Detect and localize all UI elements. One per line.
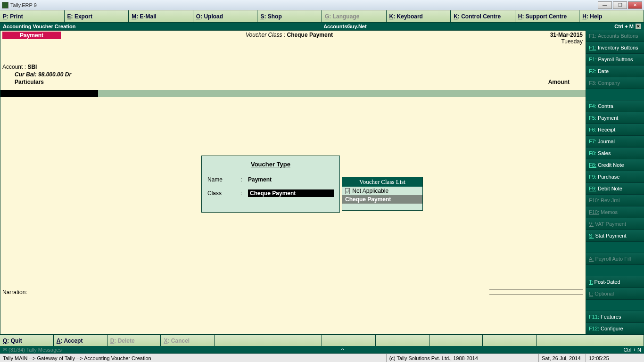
sidebar-btn-optional: L:Optional xyxy=(586,288,644,300)
header-close-icon[interactable]: ✕ xyxy=(636,24,641,29)
amount-total-line xyxy=(489,289,583,289)
class-label: Class xyxy=(207,190,240,197)
header-center: AccountsGuy.Net xyxy=(75,24,614,29)
sidebar-btn-accounts-buttons: F1:Accounts Buttons xyxy=(586,30,644,42)
sidebar: F1:Accounts ButtonsF1:Inventory ButtonsE… xyxy=(586,30,644,335)
botmenu-item-10 xyxy=(537,335,590,346)
botmenu-item-9 xyxy=(483,335,537,346)
sidebar-btn-company: F3:Company xyxy=(586,77,644,89)
topmenu-item-8[interactable]: H: Support Centre xyxy=(515,10,580,22)
sidebar-btn-receipt[interactable]: F6:Receipt xyxy=(586,124,644,136)
msgbar-right: Ctrl + N xyxy=(623,347,641,353)
status-date: Sat, 26 Jul, 2014 xyxy=(539,354,586,362)
class-input[interactable]: Cheque Payment xyxy=(248,189,334,197)
msgbar-left: ✉ (31/34) Tally Messages xyxy=(3,347,62,353)
voucher-type-badge: Payment xyxy=(2,32,61,39)
maximize-button[interactable]: ❐ xyxy=(613,1,627,9)
botmenu-item-5 xyxy=(268,335,322,346)
sidebar-gap xyxy=(586,242,644,253)
sidebar-btn-contra[interactable]: F4:Contra xyxy=(586,100,644,112)
sidebar-btn-payroll-buttons[interactable]: E1:Payroll Buttons xyxy=(586,54,644,66)
name-value[interactable]: Payment xyxy=(248,176,272,183)
vclist-item-0[interactable]: ↲ Not Applicable xyxy=(342,187,422,195)
sidebar-btn-credit-note[interactable]: F8:Credit Note xyxy=(586,159,644,171)
close-button[interactable]: ✕ xyxy=(628,1,642,9)
botmenu-item-0[interactable]: Q: Quit xyxy=(0,335,54,346)
dialog-title: Voucher Type xyxy=(207,161,334,168)
topmenu-item-3[interactable]: O: Upload xyxy=(193,10,258,22)
app-icon xyxy=(2,2,8,8)
active-row-highlight xyxy=(98,90,586,97)
botmenu-item-6 xyxy=(322,335,376,346)
sidebar-btn-vat-payment: V:VAT Payment xyxy=(586,218,644,230)
voucher-class-line: Voucher Class : Cheque Payment xyxy=(246,32,333,38)
status-copyright: (c) Tally Solutions Pvt. Ltd., 1988-2014 xyxy=(387,354,539,362)
sidebar-btn-post-dated[interactable]: T:Post-Dated xyxy=(586,276,644,288)
window-titlebar: Tally.ERP 9 — ❐ ✕ xyxy=(0,0,644,10)
particulars-input[interactable] xyxy=(0,90,98,97)
top-menu-bar: P: PrintE: ExportM: E-MailO: UploadS: Sh… xyxy=(0,10,644,23)
botmenu-item-2: D: Delete xyxy=(107,335,161,346)
botmenu-item-11 xyxy=(590,335,644,346)
col-amount: Amount xyxy=(548,79,570,85)
sidebar-gap xyxy=(586,89,644,100)
botmenu-item-1[interactable]: A: Accept xyxy=(54,335,107,346)
sidebar-btn-journal[interactable]: F7:Journal xyxy=(586,136,644,148)
work-area: Payment Voucher Class : Cheque Payment 3… xyxy=(0,30,586,335)
sidebar-btn-debit-note[interactable]: F9:Debit Note xyxy=(586,183,644,195)
minimize-button[interactable]: — xyxy=(598,1,612,9)
sidebar-btn-rev-jrnl: F10:Rev Jrnl xyxy=(586,195,644,206)
sidebar-btn-payroll-auto-fill: A:Payroll Auto Fill xyxy=(586,253,644,265)
msgbar-expand-icon[interactable]: ^ xyxy=(62,347,623,353)
sidebar-btn-stat-payment[interactable]: S:Stat Payment xyxy=(586,230,644,242)
sidebar-btn-sales[interactable]: F8:Sales xyxy=(586,148,644,159)
vclist-blank xyxy=(342,204,422,210)
status-path: Tally MAIN --> Gateway of Tally --> Acco… xyxy=(0,354,387,362)
botmenu-item-3: X: Cancel xyxy=(161,335,215,346)
narration-label: Narration: xyxy=(2,289,27,296)
topmenu-item-5: G: Language xyxy=(322,10,387,22)
sidebar-btn-configure[interactable]: F12:Configure xyxy=(586,323,644,335)
message-bar[interactable]: ✉ (31/34) Tally Messages ^ Ctrl + N xyxy=(0,346,644,354)
window-title: Tally.ERP 9 xyxy=(10,2,37,8)
voucher-class-list-popup: Voucher Class List ↲ Not ApplicableChequ… xyxy=(342,177,423,211)
vclist-title: Voucher Class List xyxy=(342,177,422,187)
sidebar-btn-inventory-buttons[interactable]: F1:Inventory Buttons xyxy=(586,42,644,54)
voucher-day: Tuesday xyxy=(550,38,583,45)
voucher-date: 31-Mar-2015 xyxy=(550,32,583,38)
header-left: Accounting Voucher Creation xyxy=(3,24,75,29)
topmenu-item-2[interactable]: M: E-Mail xyxy=(129,10,193,22)
name-label: Name xyxy=(207,176,240,183)
topmenu-item-9[interactable]: H: Help xyxy=(579,10,644,22)
table-header: Particulars Amount xyxy=(0,78,586,86)
account-line: Account : SBI xyxy=(2,64,37,70)
col-particulars: Particulars xyxy=(15,79,44,85)
sidebar-btn-features[interactable]: F11:Features xyxy=(586,311,644,323)
botmenu-item-7 xyxy=(376,335,429,346)
date-block: 31-Mar-2015 Tuesday xyxy=(550,32,583,45)
sidebar-btn-date[interactable]: F2:Date xyxy=(586,66,644,77)
sidebar-btn-purchase[interactable]: F9:Purchase xyxy=(586,171,644,183)
current-balance: Cur Bal: 98,000.00 Dr xyxy=(15,71,71,78)
sidebar-btn-memos: F10:Memos xyxy=(586,206,644,218)
sidebar-gap xyxy=(586,265,644,276)
voucher-type-dialog: Voucher Type Name : Payment Class : Cheq… xyxy=(201,156,340,213)
vclist-item-1[interactable]: Cheque Payment xyxy=(342,195,422,204)
bottom-menu-bar: Q: QuitA: AcceptD: DeleteX: Cancel xyxy=(0,335,644,346)
sidebar-gap xyxy=(586,300,644,311)
topmenu-item-1[interactable]: E: Export xyxy=(65,10,129,22)
topmenu-item-4[interactable]: S: Shop xyxy=(257,10,322,22)
topmenu-item-0[interactable]: P: Print xyxy=(0,10,65,22)
header-right: Ctrl + M ✕ xyxy=(614,24,641,29)
header-strip: Accounting Voucher Creation AccountsGuy.… xyxy=(0,23,644,30)
status-bar: Tally MAIN --> Gateway of Tally --> Acco… xyxy=(0,354,644,362)
botmenu-item-8 xyxy=(429,335,483,346)
status-time: 12:05:25 xyxy=(586,354,644,362)
topmenu-item-6[interactable]: K: Keyboard xyxy=(387,10,451,22)
topmenu-item-7[interactable]: K: Control Centre xyxy=(451,10,515,22)
amount-total-line2 xyxy=(489,295,583,295)
sidebar-btn-payment[interactable]: F5:Payment xyxy=(586,112,644,124)
botmenu-item-4 xyxy=(215,335,268,346)
